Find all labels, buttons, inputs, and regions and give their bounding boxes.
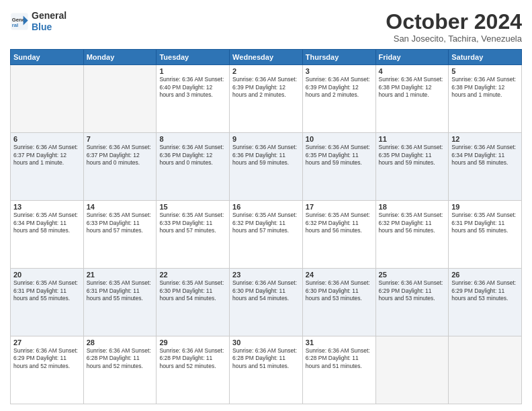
day-number: 11 (379, 135, 446, 143)
day-number: 17 (306, 203, 373, 211)
day-info: Sunrise: 6:35 AM Sunset: 6:32 PM Dayligh… (379, 212, 446, 234)
col-thursday: Thursday (302, 50, 375, 65)
day-cell: 18Sunrise: 6:35 AM Sunset: 6:32 PM Dayli… (375, 201, 449, 269)
week-row-5: 27Sunrise: 6:36 AM Sunset: 6:29 PM Dayli… (11, 336, 522, 404)
day-number: 16 (232, 203, 300, 211)
day-number: 27 (13, 338, 81, 347)
day-cell: 28Sunrise: 6:36 AM Sunset: 6:28 PM Dayli… (83, 336, 157, 404)
header: Gene ral General Blue October 2024 San J… (10, 10, 522, 44)
week-row-2: 6Sunrise: 6:36 AM Sunset: 6:37 PM Daylig… (11, 133, 522, 201)
day-number: 26 (451, 271, 519, 279)
day-number: 15 (159, 203, 226, 211)
week-row-1: 1Sunrise: 6:36 AM Sunset: 6:40 PM Daylig… (11, 65, 522, 133)
month-title: October 2024 (386, 10, 522, 34)
day-number: 9 (232, 135, 300, 143)
day-number: 28 (87, 338, 154, 347)
header-row: Sunday Monday Tuesday Wednesday Thursday… (11, 50, 522, 65)
day-cell: 22Sunrise: 6:35 AM Sunset: 6:30 PM Dayli… (157, 269, 230, 336)
day-number: 8 (159, 135, 226, 143)
week-row-4: 20Sunrise: 6:35 AM Sunset: 6:31 PM Dayli… (11, 269, 522, 336)
col-sunday: Sunday (11, 50, 84, 65)
day-info: Sunrise: 6:35 AM Sunset: 6:33 PM Dayligh… (87, 212, 154, 234)
day-cell: 13Sunrise: 6:35 AM Sunset: 6:34 PM Dayli… (11, 201, 84, 269)
day-cell: 17Sunrise: 6:35 AM Sunset: 6:32 PM Dayli… (302, 201, 375, 269)
day-cell: 14Sunrise: 6:35 AM Sunset: 6:33 PM Dayli… (83, 201, 157, 269)
day-info: Sunrise: 6:36 AM Sunset: 6:37 PM Dayligh… (13, 144, 81, 167)
day-info: Sunrise: 6:36 AM Sunset: 6:39 PM Dayligh… (306, 76, 373, 99)
day-info: Sunrise: 6:36 AM Sunset: 6:28 PM Dayligh… (159, 347, 226, 370)
day-info: Sunrise: 6:36 AM Sunset: 6:29 PM Dayligh… (379, 279, 446, 302)
day-number: 7 (87, 135, 154, 143)
day-cell: 4Sunrise: 6:36 AM Sunset: 6:38 PM Daylig… (375, 65, 449, 133)
logo-icon: Gene ral (10, 12, 29, 31)
day-info: Sunrise: 6:36 AM Sunset: 6:40 PM Dayligh… (159, 76, 226, 99)
day-info: Sunrise: 6:36 AM Sunset: 6:35 PM Dayligh… (306, 144, 373, 167)
day-info: Sunrise: 6:36 AM Sunset: 6:35 PM Dayligh… (379, 144, 446, 167)
day-number: 3 (306, 67, 373, 75)
day-info: Sunrise: 6:36 AM Sunset: 6:28 PM Dayligh… (87, 347, 154, 370)
calendar-table: Sunday Monday Tuesday Wednesday Thursday… (10, 49, 522, 404)
day-cell: 12Sunrise: 6:36 AM Sunset: 6:34 PM Dayli… (449, 133, 522, 201)
day-info: Sunrise: 6:36 AM Sunset: 6:37 PM Dayligh… (87, 144, 154, 167)
day-number: 31 (306, 338, 373, 347)
day-cell: 5Sunrise: 6:36 AM Sunset: 6:38 PM Daylig… (449, 65, 522, 133)
col-saturday: Saturday (449, 50, 522, 65)
col-monday: Monday (83, 50, 157, 65)
day-number: 6 (13, 135, 81, 143)
day-cell: 24Sunrise: 6:36 AM Sunset: 6:30 PM Dayli… (302, 269, 375, 336)
day-cell: 27Sunrise: 6:36 AM Sunset: 6:29 PM Dayli… (11, 336, 84, 404)
day-cell: 26Sunrise: 6:36 AM Sunset: 6:29 PM Dayli… (449, 269, 522, 336)
day-cell: 29Sunrise: 6:36 AM Sunset: 6:28 PM Dayli… (157, 336, 230, 404)
day-cell: 1Sunrise: 6:36 AM Sunset: 6:40 PM Daylig… (157, 65, 230, 133)
col-tuesday: Tuesday (157, 50, 230, 65)
subtitle: San Josecito, Tachira, Venezuela (386, 34, 522, 44)
day-info: Sunrise: 6:36 AM Sunset: 6:28 PM Dayligh… (232, 347, 300, 370)
day-cell: 30Sunrise: 6:36 AM Sunset: 6:28 PM Dayli… (230, 336, 303, 404)
day-info: Sunrise: 6:35 AM Sunset: 6:32 PM Dayligh… (232, 212, 300, 234)
title-block: October 2024 San Josecito, Tachira, Vene… (386, 10, 522, 44)
col-wednesday: Wednesday (230, 50, 303, 65)
page: Gene ral General Blue October 2024 San J… (0, 0, 532, 411)
day-number: 5 (451, 67, 519, 75)
day-number: 13 (13, 203, 81, 211)
day-number: 19 (451, 203, 519, 211)
week-row-3: 13Sunrise: 6:35 AM Sunset: 6:34 PM Dayli… (11, 201, 522, 269)
day-info: Sunrise: 6:35 AM Sunset: 6:30 PM Dayligh… (159, 279, 226, 302)
day-cell (449, 336, 522, 404)
day-number: 10 (306, 135, 373, 143)
col-friday: Friday (375, 50, 449, 65)
day-info: Sunrise: 6:36 AM Sunset: 6:30 PM Dayligh… (232, 279, 300, 302)
day-cell (11, 65, 84, 133)
day-number: 18 (379, 203, 446, 211)
day-info: Sunrise: 6:36 AM Sunset: 6:29 PM Dayligh… (451, 279, 519, 302)
day-info: Sunrise: 6:36 AM Sunset: 6:34 PM Dayligh… (451, 144, 519, 167)
logo-text: General Blue (32, 10, 66, 33)
day-number: 24 (306, 271, 373, 279)
day-cell: 11Sunrise: 6:36 AM Sunset: 6:35 PM Dayli… (375, 133, 449, 201)
day-info: Sunrise: 6:36 AM Sunset: 6:36 PM Dayligh… (159, 144, 226, 167)
day-info: Sunrise: 6:35 AM Sunset: 6:34 PM Dayligh… (13, 212, 81, 234)
day-number: 30 (232, 338, 300, 347)
day-info: Sunrise: 6:35 AM Sunset: 6:33 PM Dayligh… (159, 212, 226, 234)
day-number: 12 (451, 135, 519, 143)
day-cell: 10Sunrise: 6:36 AM Sunset: 6:35 PM Dayli… (302, 133, 375, 201)
day-info: Sunrise: 6:36 AM Sunset: 6:38 PM Dayligh… (451, 76, 519, 99)
day-cell: 7Sunrise: 6:36 AM Sunset: 6:37 PM Daylig… (83, 133, 157, 201)
day-cell: 3Sunrise: 6:36 AM Sunset: 6:39 PM Daylig… (302, 65, 375, 133)
day-number: 21 (87, 271, 154, 279)
day-number: 29 (159, 338, 226, 347)
day-info: Sunrise: 6:36 AM Sunset: 6:39 PM Dayligh… (232, 76, 300, 99)
day-info: Sunrise: 6:35 AM Sunset: 6:31 PM Dayligh… (13, 279, 81, 302)
day-cell: 25Sunrise: 6:36 AM Sunset: 6:29 PM Dayli… (375, 269, 449, 336)
day-cell: 31Sunrise: 6:36 AM Sunset: 6:28 PM Dayli… (302, 336, 375, 404)
day-cell: 15Sunrise: 6:35 AM Sunset: 6:33 PM Dayli… (157, 201, 230, 269)
day-number: 20 (13, 271, 81, 279)
day-cell: 19Sunrise: 6:35 AM Sunset: 6:31 PM Dayli… (449, 201, 522, 269)
day-cell (83, 65, 157, 133)
logo: Gene ral General Blue (10, 10, 66, 33)
day-cell: 20Sunrise: 6:35 AM Sunset: 6:31 PM Dayli… (11, 269, 84, 336)
day-cell: 9Sunrise: 6:36 AM Sunset: 6:36 PM Daylig… (230, 133, 303, 201)
svg-text:ral: ral (12, 22, 18, 28)
day-info: Sunrise: 6:35 AM Sunset: 6:31 PM Dayligh… (87, 279, 154, 302)
day-cell (375, 336, 449, 404)
